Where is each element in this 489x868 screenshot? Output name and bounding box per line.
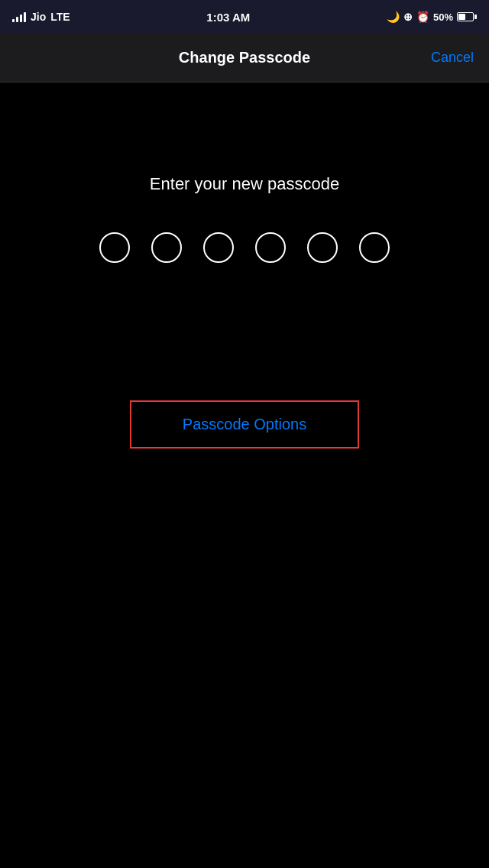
signal-bar-4: [24, 12, 26, 22]
cancel-button[interactable]: Cancel: [420, 50, 474, 66]
signal-bars: [12, 12, 26, 22]
nav-title: Change Passcode: [69, 49, 420, 66]
main-content: Enter your new passcode Passcode Options: [0, 83, 489, 868]
passcode-dots: [99, 232, 390, 263]
passcode-dot-6: [359, 232, 390, 263]
passcode-dot-4: [255, 232, 286, 263]
status-right: 🌙 ⊕ ⏰ 50%: [387, 11, 477, 23]
nav-bar: Change Passcode Cancel: [0, 34, 489, 83]
battery-icon: [457, 12, 477, 21]
battery-body: [457, 12, 474, 21]
alarm-icon: ⏰: [416, 11, 429, 23]
battery-tip: [474, 15, 477, 19]
passcode-dot-2: [151, 232, 182, 263]
passcode-dot-1: [99, 232, 130, 263]
moon-icon: 🌙: [387, 11, 400, 23]
network-type-label: LTE: [50, 11, 70, 23]
passcode-options-button[interactable]: Passcode Options: [130, 400, 359, 449]
signal-bar-3: [20, 15, 22, 22]
signal-bar-1: [12, 19, 15, 22]
passcode-dot-5: [307, 232, 338, 263]
status-left: Jio LTE: [12, 11, 70, 23]
status-bar: Jio LTE 1:03 AM 🌙 ⊕ ⏰ 50%: [0, 0, 489, 34]
battery-percent: 50%: [433, 11, 453, 23]
passcode-prompt: Enter your new passcode: [150, 174, 339, 194]
battery-fill: [458, 14, 465, 20]
carrier-label: Jio: [31, 11, 46, 23]
signal-bar-2: [16, 17, 18, 22]
passcode-dot-3: [203, 232, 234, 263]
status-time: 1:03 AM: [206, 11, 250, 24]
location-icon: ⊕: [403, 11, 413, 23]
